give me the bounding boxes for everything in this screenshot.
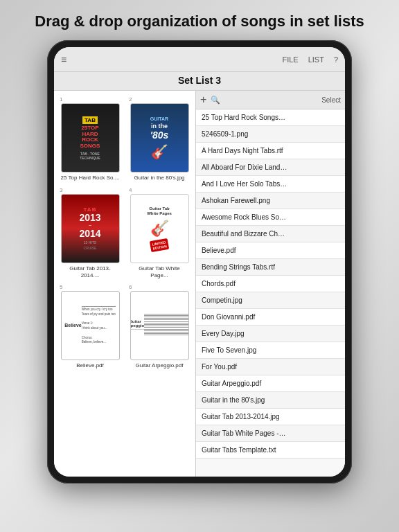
file-item[interactable]: 5246509-1.png: [196, 126, 345, 143]
grid-thumb-6: Guitar Arpeggio: [130, 291, 189, 360]
file-item[interactable]: 25 Top Hard Rock Songs…: [196, 109, 345, 126]
grid-label-3: Guitar Tab 2013-2014....: [61, 265, 120, 278]
file-item[interactable]: Competin.jpg: [196, 292, 345, 309]
grid-item-6[interactable]: 6 Guitar Arpeggio: [127, 284, 191, 369]
nav-actions: FILE LIST ?: [282, 55, 338, 64]
grid-thumb-4: Guitar TabWhite Pages 🎸 LIMITEDEDITION: [130, 194, 189, 263]
file-list: 25 Top Hard Rock Songs…5246509-1.pngA Ha…: [196, 109, 345, 477]
device-screen: ≡ FILE LIST ? Set List 3 1 TAB: [54, 47, 345, 477]
file-item[interactable]: Every Day.jpg: [196, 326, 345, 342]
file-item[interactable]: Believe.pdf: [196, 242, 345, 259]
file-item[interactable]: For You.pdf: [196, 359, 345, 375]
nav-bar: ≡ FILE LIST ?: [54, 47, 345, 72]
left-panel: 1 TAB 25TOPHARDROCKSONGS TAB · TONETECHN…: [54, 91, 196, 477]
file-item[interactable]: Ashokan Farewell.png: [196, 193, 345, 209]
grid-item-3[interactable]: 3 TAB 2013 ~ 2014 13 HITS CRUISE Gui: [58, 187, 122, 278]
file-item[interactable]: Five To Seven.jpg: [196, 342, 345, 359]
file-item[interactable]: All Aboard For Dixie Land…: [196, 159, 345, 176]
device-frame: ≡ FILE LIST ? Set List 3 1 TAB: [47, 40, 352, 484]
grid-item-5[interactable]: 5 Believe When you cry I cry too Tears o…: [58, 284, 122, 369]
grid-number-6: 6: [129, 284, 132, 290]
file-item[interactable]: Guitar Tabs Template.txt: [196, 442, 345, 459]
menu-icon[interactable]: ≡: [61, 54, 66, 65]
grid-item-2[interactable]: 2 GUITAR in the '80s 🎸 Guitar in the 80'…: [127, 96, 191, 181]
grid-number-5: 5: [60, 284, 62, 290]
grid-item-1[interactable]: 1 TAB 25TOPHARDROCKSONGS TAB · TONETECHN…: [58, 96, 122, 181]
grid-number-1: 1: [60, 96, 62, 103]
grid-thumb-5: Believe When you cry I cry too Tears of …: [61, 291, 120, 360]
main-content: 1 TAB 25TOPHARDROCKSONGS TAB · TONETECHN…: [54, 91, 345, 477]
song-grid: 1 TAB 25TOPHARDROCKSONGS TAB · TONETECHN…: [58, 96, 191, 369]
file-item[interactable]: Bending Strings Tabs.rtf: [196, 259, 345, 276]
top-banner: Drag & drop organization of songs in set…: [0, 0, 399, 40]
nav-help-button[interactable]: ?: [334, 55, 338, 64]
select-button[interactable]: Select: [321, 96, 341, 104]
file-item[interactable]: Don Giovanni.pdf: [196, 309, 345, 326]
file-item[interactable]: A Hard Days Night Tabs.rtf: [196, 143, 345, 159]
file-item[interactable]: Guitar Arpeggio.pdf: [196, 375, 345, 392]
file-item[interactable]: Guitar Tab White Pages -…: [196, 425, 345, 442]
grid-label-4: Guitar Tab White Page...: [130, 265, 189, 278]
grid-number-4: 4: [129, 187, 132, 193]
banner-title: Drag & drop organization of songs in set…: [14, 12, 385, 30]
file-item[interactable]: Chords.pdf: [196, 276, 345, 292]
grid-number-2: 2: [129, 96, 132, 103]
file-item[interactable]: And I Love Her Solo Tabs…: [196, 176, 345, 193]
grid-item-4[interactable]: 4 Guitar TabWhite Pages 🎸 LIMITEDEDITION…: [127, 187, 191, 278]
grid-thumb-2: GUITAR in the '80s 🎸: [130, 103, 189, 172]
right-panel: + 🔍 Select 25 Top Hard Rock Songs…524650…: [196, 91, 345, 477]
nav-file-button[interactable]: FILE: [282, 55, 298, 64]
search-icon[interactable]: 🔍: [211, 96, 220, 105]
file-item[interactable]: Guitar Tab 2013-2014.jpg: [196, 409, 345, 425]
grid-label-2: Guitar in the 80's.jpg: [134, 175, 184, 181]
nav-list-button[interactable]: LIST: [308, 55, 324, 64]
add-button[interactable]: +: [200, 94, 206, 106]
grid-thumb-1: TAB 25TOPHARDROCKSONGS TAB · TONETECHNIQ…: [61, 103, 120, 172]
file-item[interactable]: Beautiful and Bizzare Ch…: [196, 226, 345, 242]
grid-label-6: Guitar Arpeggio.pdf: [136, 362, 184, 369]
file-item[interactable]: Awesome Rock Blues So…: [196, 209, 345, 226]
grid-label-5: Believe.pdf: [76, 362, 104, 369]
list-toolbar: + 🔍 Select: [196, 91, 345, 109]
grid-label-1: 25 Top Hard Rock So....: [61, 175, 120, 181]
screen-title: Set List 3: [54, 72, 345, 91]
file-item[interactable]: Guitar in the 80's.jpg: [196, 392, 345, 409]
grid-thumb-3: TAB 2013 ~ 2014 13 HITS CRUISE: [61, 194, 120, 263]
grid-number-3: 3: [60, 187, 62, 193]
